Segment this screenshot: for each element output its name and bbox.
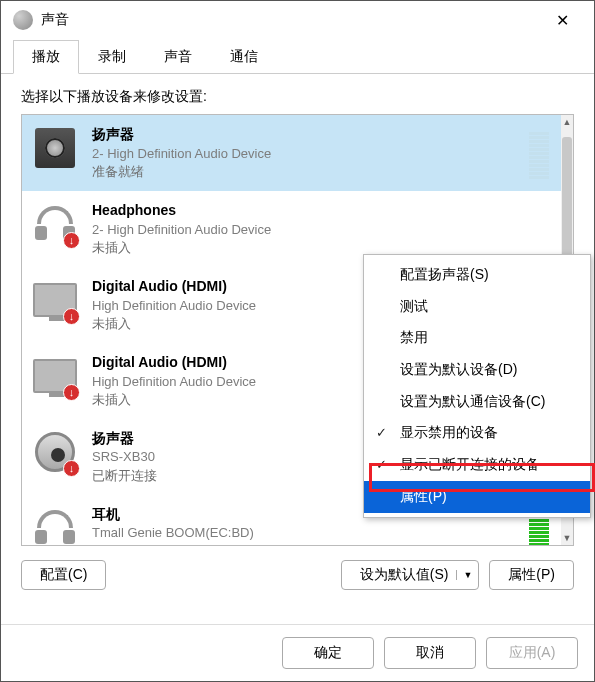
dialog-footer: 确定 取消 应用(A) bbox=[1, 624, 594, 681]
sound-icon bbox=[13, 10, 33, 30]
apply-button[interactable]: 应用(A) bbox=[486, 637, 578, 669]
properties-button[interactable]: 属性(P) bbox=[489, 560, 574, 590]
check-icon: ✓ bbox=[376, 423, 387, 443]
monitor-icon: ↓ bbox=[32, 353, 78, 399]
status-badge-icon: ↓ bbox=[63, 308, 80, 325]
set-default-button[interactable]: 设为默认值(S) ▼ bbox=[341, 560, 480, 590]
status-badge-icon: ↓ bbox=[63, 232, 80, 249]
device-text: Headphones2- High Definition Audio Devic… bbox=[92, 201, 549, 257]
configure-button[interactable]: 配置(C) bbox=[21, 560, 106, 590]
device-text: 扬声器2- High Definition Audio Device准备就绪 bbox=[92, 125, 529, 181]
device-subtitle: 2- High Definition Audio Device bbox=[92, 145, 529, 163]
list-heading: 选择以下播放设备来修改设置: bbox=[21, 88, 574, 106]
tab-1[interactable]: 录制 bbox=[79, 40, 145, 74]
headphones-icon bbox=[32, 505, 78, 545]
menu-item-1[interactable]: 测试 bbox=[364, 291, 590, 323]
menu-item-0[interactable]: 配置扬声器(S) bbox=[364, 259, 590, 291]
tab-0[interactable]: 播放 bbox=[13, 40, 79, 74]
cancel-button[interactable]: 取消 bbox=[384, 637, 476, 669]
device-subtitle: Tmall Genie BOOM(EC:BD) bbox=[92, 524, 529, 542]
scroll-up[interactable]: ▲ bbox=[561, 115, 573, 129]
device-subtitle: 2- High Definition Audio Device bbox=[92, 221, 549, 239]
tab-2[interactable]: 声音 bbox=[145, 40, 211, 74]
menu-item-3[interactable]: 设置为默认设备(D) bbox=[364, 354, 590, 386]
monitor-icon: ↓ bbox=[32, 277, 78, 323]
device-name: 扬声器 bbox=[92, 125, 529, 145]
scroll-down[interactable]: ▼ bbox=[561, 531, 573, 545]
jack-icon: ↓ bbox=[32, 429, 78, 475]
menu-item-5[interactable]: ✓显示禁用的设备 bbox=[364, 417, 590, 449]
window-title: 声音 bbox=[41, 11, 542, 29]
close-button[interactable]: ✕ bbox=[542, 6, 582, 34]
menu-item-7[interactable]: 属性(P) bbox=[364, 481, 590, 513]
chevron-down-icon: ▼ bbox=[456, 570, 472, 580]
speaker-icon bbox=[32, 125, 78, 171]
status-badge-icon: ↓ bbox=[63, 384, 80, 401]
sound-dialog: 声音 ✕ 播放录制声音通信 选择以下播放设备来修改设置: 扬声器2- High … bbox=[0, 0, 595, 682]
tab-3[interactable]: 通信 bbox=[211, 40, 277, 74]
tab-strip: 播放录制声音通信 bbox=[1, 39, 594, 74]
device-row[interactable]: 扬声器2- High Definition Audio Device准备就绪 bbox=[22, 115, 561, 191]
titlebar: 声音 ✕ bbox=[1, 1, 594, 39]
set-default-label: 设为默认值(S) bbox=[360, 566, 449, 584]
device-status: 准备就绪 bbox=[92, 163, 529, 181]
check-icon: ✓ bbox=[376, 455, 387, 475]
menu-item-4[interactable]: 设置为默认通信设备(C) bbox=[364, 386, 590, 418]
context-menu: 配置扬声器(S)测试禁用设置为默认设备(D)设置为默认通信设备(C)✓显示禁用的… bbox=[363, 254, 591, 518]
volume-meter bbox=[529, 125, 549, 181]
device-name: Headphones bbox=[92, 201, 549, 221]
action-buttons: 配置(C) 设为默认值(S) ▼ 属性(P) bbox=[21, 560, 574, 590]
ok-button[interactable]: 确定 bbox=[282, 637, 374, 669]
headphones-icon: ↓ bbox=[32, 201, 78, 247]
tab-content: 选择以下播放设备来修改设置: 扬声器2- High Definition Aud… bbox=[1, 74, 594, 624]
menu-item-6[interactable]: ✓显示已断开连接的设备 bbox=[364, 449, 590, 481]
menu-item-2[interactable]: 禁用 bbox=[364, 322, 590, 354]
status-badge-icon: ↓ bbox=[63, 460, 80, 477]
